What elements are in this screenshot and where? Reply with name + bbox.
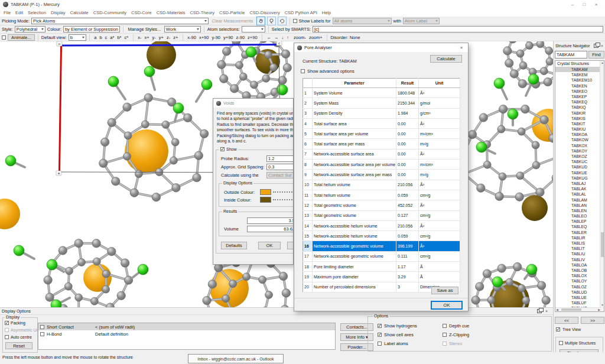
axis-button-a[interactable]: a	[93, 34, 98, 41]
rotate-button-x90[interactable]: x-90	[186, 34, 198, 41]
rotate-button-x90[interactable]: x+90	[197, 34, 210, 41]
scroll-down-icon[interactable]: ▼	[601, 303, 604, 307]
axis-button-c[interactable]: c	[103, 34, 109, 41]
next-structure-button[interactable]: >>	[581, 317, 604, 324]
panel-close-icon[interactable]: ×	[545, 309, 548, 313]
contact-row-checkbox[interactable]	[40, 325, 44, 329]
table-row[interactable]: 13Total geometric volume0.127cm³/g	[303, 210, 460, 220]
structure-item-tabkuc[interactable]: TABKUC	[555, 159, 604, 164]
structure-item-tablox[interactable]: TABLOX	[555, 273, 604, 278]
translate-button-y[interactable]: y-	[151, 34, 157, 41]
structure-item-tablue[interactable]: TABLUE	[555, 295, 604, 300]
pore-dialog-titlebar[interactable]: Pore Analyser ×	[294, 43, 468, 52]
animate-button[interactable]: Animate...	[8, 34, 35, 41]
table-row[interactable]: 6Total surface area per mass0.00m²/g	[303, 139, 460, 149]
structure-item-tabkem[interactable]: TABKEM	[555, 72, 604, 77]
table-row[interactable]: 7Network-accessible surface area0.00Å²	[303, 149, 460, 159]
clear-measurements-button[interactable]: Clear Measurements	[210, 17, 255, 24]
manage-styles-button[interactable]: Manage Styles...	[126, 26, 162, 33]
structure-item-tabkit[interactable]: TABKIT	[555, 121, 604, 126]
table-row[interactable]: 19Maximum pore diameter3.29Å	[303, 272, 460, 282]
structure-item-tabkam[interactable]: TABKAM	[555, 67, 604, 72]
auto-centre-checkbox[interactable]	[5, 335, 9, 339]
tree-root-crystal-structures[interactable]: Crystal Structures	[555, 61, 604, 67]
structure-item-tabkoa[interactable]: TABKOA	[555, 132, 604, 137]
inside-colour-slider[interactable]	[273, 199, 294, 201]
axis-button-c[interactable]: c*	[123, 34, 130, 41]
table-row[interactable]: 16Network-accessible geometric volume396…	[303, 241, 460, 251]
lasso-select-icon[interactable]	[267, 17, 276, 25]
structure-list[interactable]: Crystal StructuresTABKAMTABKEMTABKEM10TA…	[555, 60, 604, 312]
structure-item-tabloa[interactable]: TABLOA	[555, 262, 604, 268]
rotate-button-y90[interactable]: y-90	[210, 34, 222, 41]
axis-button-b[interactable]: b*	[116, 34, 123, 41]
structure-search-input[interactable]: TABKAM	[555, 51, 587, 58]
rotate-button-z90[interactable]: z+90	[246, 34, 259, 41]
packing-checkbox[interactable]	[5, 321, 9, 325]
structure-item-tablir[interactable]: TABLIR	[555, 235, 604, 240]
structure-item-tablaj[interactable]: TABLAJ	[555, 181, 604, 186]
structure-item-tablud[interactable]: TABLUD	[555, 290, 604, 295]
maximize-button[interactable]: □	[578, 0, 590, 9]
structure-item-tabluf[interactable]: TABLUF	[555, 300, 604, 306]
structure-item-tabkep[interactable]: TABKEP	[555, 94, 604, 99]
menu-selection[interactable]: Selection	[25, 10, 48, 15]
scroll-up-icon[interactable]: ▲	[601, 61, 604, 65]
pore-close-icon[interactable]: ×	[458, 45, 465, 50]
menu-display[interactable]: Display	[48, 10, 68, 15]
structure-item-tabkeq[interactable]: TABKEQ	[555, 99, 604, 105]
scroll-thumb[interactable]	[561, 308, 581, 311]
reset-button[interactable]: Reset	[5, 342, 32, 349]
structure-item-tabkir[interactable]: TABKIR	[555, 110, 604, 116]
multiple-structures-checkbox[interactable]	[559, 341, 563, 345]
structure-item-tabloy[interactable]: TABLOY	[555, 278, 604, 284]
menu-calculate[interactable]: Calculate	[67, 10, 90, 15]
table-row[interactable]: 14Network-accessible helium volume210.05…	[303, 220, 460, 230]
translate-button-x[interactable]: x+	[143, 34, 151, 41]
minimize-button[interactable]: –	[567, 0, 578, 9]
voids-dialog-titlebar[interactable]: Voids	[213, 99, 293, 108]
default-view-select[interactable]: b	[69, 34, 86, 41]
table-row[interactable]: 2System Mass2150.344g/mol	[303, 98, 460, 108]
table-row[interactable]: 9Network-accessible surface area per mas…	[303, 170, 460, 180]
save-as-button[interactable]: Save as	[431, 287, 458, 294]
horizontal-scrollbar[interactable]: ◀▶	[555, 307, 601, 311]
menu-edit[interactable]: Edit	[13, 10, 25, 15]
picking-mode-select[interactable]: Pick Atoms	[31, 18, 209, 24]
menu-csd-materials[interactable]: CSD-Materials	[154, 10, 188, 15]
structure-item-tabkis[interactable]: TABKIS	[555, 116, 604, 121]
structure-item-tablen[interactable]: TABLEN	[555, 208, 604, 213]
structure-item-tablan[interactable]: TABLAN	[555, 203, 604, 208]
translate-button-z[interactable]: z+	[172, 34, 180, 41]
option-show-cell-axes[interactable]: Show cell axes	[378, 330, 443, 339]
show-labels-checkbox[interactable]	[293, 19, 297, 23]
atom-selections-select[interactable]	[242, 26, 265, 32]
menu-file[interactable]: File	[1, 10, 13, 15]
structure-item-tabliv[interactable]: TABLIV	[555, 257, 604, 262]
rotate-view-icon[interactable]	[278, 17, 287, 25]
zoom-button-zoom[interactable]: zoom-	[292, 34, 308, 41]
structure-item-tabkud[interactable]: TABKUD	[555, 164, 604, 170]
structure-item-tablob[interactable]: TABLOB	[555, 268, 604, 273]
table-row[interactable]: 5Total surface area per volume0.00m²/cm³	[303, 129, 460, 139]
float-panel-icon[interactable]	[537, 309, 542, 313]
translate-button-z[interactable]: z-	[165, 34, 171, 41]
structure-item-tabkiq[interactable]: TABKIQ	[555, 105, 604, 110]
menu-help[interactable]: Help	[320, 10, 333, 15]
voids-apply-button[interactable]: Apply	[287, 242, 294, 249]
structure-item-tablak[interactable]: TABLAK	[555, 186, 604, 191]
navigator-close-icon[interactable]: ×	[601, 44, 603, 48]
structure-item-tabkoy[interactable]: TABKOY	[555, 148, 604, 154]
close-button[interactable]: ×	[590, 0, 602, 9]
colour-select[interactable]: by Element or Suppression	[63, 26, 120, 32]
contact-row-checkbox[interactable]	[40, 332, 44, 336]
structure-item-tabkiu[interactable]: TABKIU	[555, 126, 604, 132]
menu-csd-python-api[interactable]: CSD Python API	[282, 10, 320, 15]
structure-item-tablit[interactable]: TABLIT	[555, 246, 604, 251]
rotate-button-y90[interactable]: y+90	[222, 34, 235, 41]
axis-button-b[interactable]: b	[98, 34, 103, 41]
advanced-options-checkbox[interactable]	[301, 69, 305, 73]
option-label-atoms[interactable]: Label atoms	[378, 339, 443, 348]
outlook-taskbar-item[interactable]: Inbox - wiggin@ccdc.cam.ac.uk - Outlook	[188, 354, 284, 363]
table-row[interactable]: 4Total surface area0.00Å²	[303, 118, 460, 128]
